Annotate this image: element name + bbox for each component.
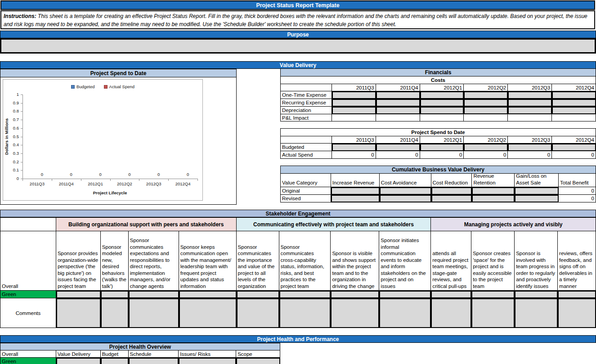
table-row: One-Time Expense — [281, 91, 596, 99]
budgeted-swatch-icon — [71, 85, 75, 89]
input-cell[interactable] — [420, 107, 464, 114]
input-cell[interactable] — [332, 91, 376, 99]
group-header-managing: Managing projects actively and visibly — [431, 218, 596, 231]
financials-header: Financials — [281, 69, 596, 76]
input-cell[interactable] — [552, 144, 596, 151]
comment-input-cell[interactable] — [331, 298, 379, 328]
comment-input-cell[interactable] — [558, 298, 596, 328]
input-cell[interactable] — [380, 195, 431, 202]
input-cell[interactable] — [464, 91, 508, 99]
input-cell[interactable] — [331, 195, 380, 202]
status-badge[interactable]: Green — [0, 291, 56, 298]
input-cell[interactable] — [515, 187, 559, 195]
input-cell[interactable] — [472, 187, 515, 195]
input-cell[interactable] — [179, 291, 237, 298]
input-cell[interactable] — [56, 358, 101, 364]
input-cell[interactable] — [464, 99, 508, 107]
table-row: Recurring Expense — [281, 99, 596, 107]
comment-input-cell[interactable] — [101, 298, 129, 328]
input-cell[interactable] — [515, 291, 558, 298]
comment-input-cell[interactable] — [56, 298, 101, 328]
actual-spend-swatch-icon — [104, 85, 108, 89]
input-cell[interactable] — [508, 91, 552, 99]
spend-table-header: Project Spend to Date — [281, 129, 596, 136]
input-cell[interactable] — [376, 144, 420, 151]
comment-input-cell[interactable] — [129, 298, 179, 328]
chart-legend: Budgeted Actual Spend — [3, 84, 202, 89]
input-cell[interactable] — [552, 91, 596, 99]
input-cell[interactable] — [101, 291, 129, 298]
input-cell[interactable] — [279, 291, 331, 298]
column-header: Value Delivery — [56, 351, 101, 358]
input-cell[interactable] — [129, 358, 179, 364]
column-header: Increase Revenue — [331, 174, 380, 187]
input-cell[interactable] — [508, 107, 552, 114]
purpose-input-box[interactable] — [0, 38, 596, 54]
input-cell[interactable] — [379, 291, 431, 298]
input-cell[interactable] — [56, 291, 101, 298]
input-cell[interactable] — [431, 195, 472, 202]
page-title: Project Status Report Template — [0, 0, 595, 10]
input-cell[interactable] — [236, 358, 280, 364]
comment-input-cell[interactable] — [237, 298, 279, 328]
comment-input-cell[interactable] — [279, 298, 331, 328]
input-cell[interactable] — [332, 99, 376, 107]
input-cell[interactable] — [552, 99, 596, 107]
comments-label: Comments — [0, 298, 56, 328]
table-row: Actual Spend 0 0 0 0 0 0 — [281, 151, 596, 159]
x-category-label: 2012Q2 — [110, 181, 139, 186]
input-cell[interactable] — [471, 291, 515, 298]
input-cell[interactable] — [376, 99, 420, 107]
column-header: Total Benefit — [559, 174, 596, 187]
input-cell[interactable] — [431, 291, 471, 298]
input-cell[interactable] — [552, 107, 596, 114]
comment-input-cell[interactable] — [179, 298, 237, 328]
legend-actual-spend-label: Actual Spend — [109, 84, 135, 89]
status-badge[interactable]: Green — [0, 358, 56, 364]
corner-cell — [281, 84, 332, 91]
input-cell[interactable] — [431, 187, 472, 195]
input-cell[interactable] — [331, 291, 379, 298]
input-cell[interactable] — [101, 358, 129, 364]
row-label: One-Time Expense — [281, 91, 332, 99]
value-cell: 0 — [420, 151, 464, 159]
input-cell[interactable] — [331, 187, 380, 195]
input-cell[interactable] — [332, 144, 376, 151]
quarter-header-cell: 2012Q4 — [552, 136, 596, 144]
input-cell[interactable] — [179, 358, 236, 364]
input-cell[interactable] — [464, 107, 508, 114]
quarter-header-cell: 2012Q3 — [508, 84, 552, 91]
input-cell[interactable] — [420, 91, 464, 99]
comment-input-cell[interactable] — [431, 298, 471, 328]
y-tick-mark — [21, 137, 22, 137]
row-label: Recurring Expense — [281, 99, 332, 107]
comment-input-cell[interactable] — [515, 298, 558, 328]
y-tick-label: 0.2 — [6, 159, 19, 164]
input-cell[interactable] — [376, 107, 420, 114]
x-category-label: 2011Q4 — [52, 181, 81, 186]
input-cell[interactable] — [508, 99, 552, 107]
input-cell[interactable] — [420, 144, 464, 151]
input-cell[interactable] — [129, 291, 179, 298]
comment-input-cell[interactable] — [471, 298, 515, 328]
description-row: Overall Sponsor provides organization-wi… — [0, 231, 596, 291]
comment-input-cell[interactable] — [379, 298, 431, 328]
input-cell[interactable] — [420, 99, 464, 107]
input-cell[interactable] — [515, 195, 559, 202]
behavior-description: Sponsor keeps communication open with th… — [179, 231, 237, 291]
input-cell[interactable] — [380, 187, 431, 195]
value-cell: 0 — [508, 151, 552, 159]
input-cell[interactable] — [376, 91, 420, 99]
input-cell[interactable] — [508, 144, 552, 151]
table-row: Original 0 — [281, 187, 596, 195]
input-cell[interactable] — [558, 291, 596, 298]
input-cell[interactable] — [472, 195, 515, 202]
behavior-description: Sponsor provides organization-wide persp… — [56, 231, 101, 291]
input-cell[interactable] — [237, 291, 279, 298]
input-cell[interactable] — [464, 144, 508, 151]
column-header: Cost Avoidance — [380, 174, 431, 187]
input-cell[interactable] — [332, 107, 376, 114]
y-tick-label: 0.1 — [6, 167, 19, 172]
column-header-row: Overall Value Delivery Budget Schedule I… — [0, 351, 280, 358]
behavior-description: Sponsor initiates informal communication… — [379, 231, 431, 291]
